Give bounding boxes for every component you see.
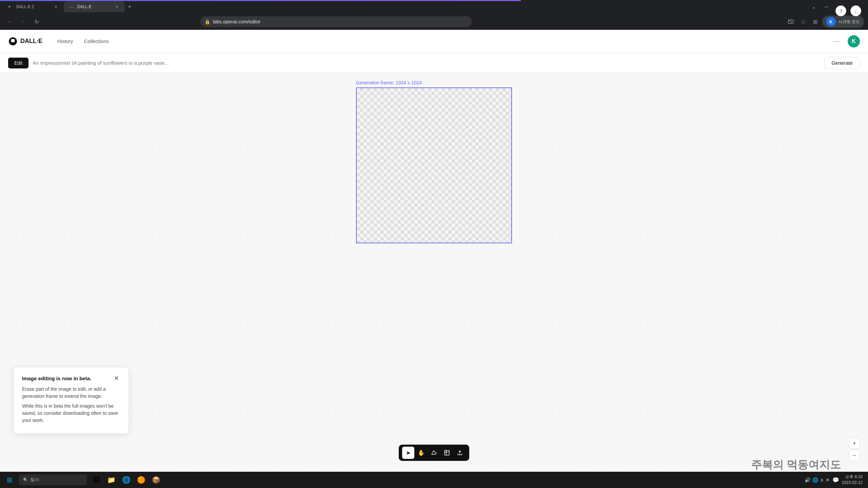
- help-icon-btn[interactable]: ?: [835, 5, 846, 16]
- taskbar-app-store[interactable]: 🟠: [134, 473, 148, 487]
- tab-1[interactable]: ● DALL-E 2 ✕: [3, 1, 64, 12]
- tab1-title: DALL-E 2: [16, 4, 50, 9]
- taskbar-apps: 🖼 📁 🌐 🟠 📦: [90, 473, 163, 487]
- svg-rect-0: [445, 450, 449, 455]
- address-bar[interactable]: 🔒 labs.openai.com/editor: [200, 16, 472, 27]
- toast-text2: While this is in beta the full images wo…: [22, 403, 120, 424]
- back-btn[interactable]: ←: [4, 16, 15, 27]
- toast-close-btn[interactable]: ✕: [112, 374, 120, 382]
- taskbar-app-chrome[interactable]: 🌐: [119, 473, 133, 487]
- taskbar-sound-icon: 🌐: [812, 477, 818, 483]
- app-nav: History Collections: [53, 36, 820, 46]
- tab2-title: DALL-E: [77, 4, 111, 9]
- taskbar-search-box[interactable]: 🔍 찾기: [19, 474, 87, 485]
- zoom-controls: + −: [849, 438, 860, 461]
- taskbar-search-icon: 🔍: [23, 477, 28, 482]
- bookmark-icon[interactable]: ☆: [798, 16, 809, 27]
- browser-chrome: ● DALL-E 2 ✕ — DALL-E ✕ + ⌄ — □ ✕ ← → ↻ …: [0, 0, 868, 30]
- tool-frame[interactable]: [441, 447, 453, 459]
- prompt-bar: Edit Generate: [0, 53, 868, 73]
- nav-collections[interactable]: Collections: [80, 36, 113, 46]
- profile-avatar: K: [826, 17, 836, 26]
- toast-title: Image editing is now in beta.: [22, 375, 91, 381]
- top-right-icons: ? ↓: [835, 5, 861, 16]
- taskbar-app-file[interactable]: 🖼: [90, 473, 103, 487]
- profile-label: 시크릿 모드: [839, 19, 860, 25]
- nav-history[interactable]: History: [53, 36, 77, 46]
- app-logo: DALL·E: [8, 37, 42, 46]
- camera-off-icon: [786, 16, 796, 27]
- tab-bar: ● DALL-E 2 ✕ — DALL-E ✕ + ⌄ — □ ✕: [0, 0, 868, 14]
- toast-text1: Erase part of the image to edit, or add …: [22, 386, 120, 400]
- tool-upload[interactable]: [454, 447, 466, 459]
- forward-btn[interactable]: →: [18, 16, 28, 27]
- toast-notification: Image editing is now in beta. ✕ Erase pa…: [14, 367, 129, 434]
- taskbar-clock: 오후 6:10 2023-02-12: [842, 474, 863, 486]
- generation-frame-label: Generation frame: 1024 x 1024: [356, 80, 422, 85]
- app-name: DALL·E: [20, 38, 42, 45]
- new-tab-btn[interactable]: +: [125, 2, 134, 12]
- grid-icon[interactable]: ⊞: [810, 16, 821, 27]
- taskbar-app-explorer[interactable]: 📁: [104, 473, 118, 487]
- prompt-input[interactable]: [33, 60, 820, 66]
- tool-eraser[interactable]: [428, 447, 440, 459]
- generate-btn[interactable]: Generate: [824, 57, 860, 69]
- openai-logo-icon: [8, 37, 18, 46]
- tab1-favicon: ●: [8, 4, 14, 9]
- canvas-frame[interactable]: [356, 87, 512, 243]
- taskbar-app-unknown[interactable]: 📦: [149, 473, 163, 487]
- bottom-toolbar: ➤ ✋: [399, 445, 469, 461]
- minimize-btn[interactable]: —: [818, 1, 834, 12]
- window-chevron[interactable]: ⌄: [809, 4, 818, 9]
- taskbar: ⊞ 🔍 찾기 🖼 📁 🌐 🟠 📦 🔊 🌐 ∧ ✕ 💬 오후 6:10: [0, 472, 868, 488]
- address-bar-row: ← → ↻ 🔒 labs.openai.com/editor ☆ ⊞ K 시크릿…: [0, 14, 868, 30]
- address-url: labs.openai.com/editor: [213, 19, 468, 24]
- edit-btn[interactable]: Edit: [8, 58, 28, 68]
- zoom-out-btn[interactable]: −: [849, 450, 860, 461]
- app-container: DALL·E History Collections ··· K Edit Ge…: [0, 30, 868, 488]
- main-area: Generation frame: 1024 x 1024 Image edit…: [0, 73, 868, 488]
- download-icon-btn[interactable]: ↓: [850, 5, 861, 16]
- watermark-line1: 주복의 먹동여지도: [751, 458, 841, 472]
- zoom-in-btn[interactable]: +: [849, 438, 860, 449]
- profile-section[interactable]: K 시크릿 모드: [822, 16, 864, 28]
- app-header-right: ··· K: [831, 35, 860, 47]
- tab2-close[interactable]: ✕: [114, 4, 119, 9]
- lock-icon: 🔒: [204, 19, 210, 24]
- tool-hand[interactable]: ✋: [415, 447, 427, 459]
- reload-btn[interactable]: ↻: [31, 16, 42, 27]
- tab2-favicon: —: [69, 4, 75, 9]
- taskbar-start-btn[interactable]: ⊞: [3, 473, 16, 487]
- taskbar-search-text: 찾기: [30, 477, 39, 483]
- tool-select[interactable]: ➤: [402, 447, 414, 459]
- taskbar-network-icon: 🔊: [805, 477, 810, 483]
- taskbar-sys-icons: 🔊 🌐 ∧ ✕: [805, 477, 830, 483]
- tab1-close[interactable]: ✕: [53, 4, 58, 9]
- tab-2[interactable]: — DALL-E ✕: [64, 1, 125, 12]
- header-avatar[interactable]: K: [848, 35, 860, 47]
- app-header: DALL·E History Collections ··· K: [0, 30, 868, 53]
- taskbar-notification-icon[interactable]: 💬: [832, 477, 839, 483]
- taskbar-close-icon[interactable]: ✕: [826, 477, 830, 483]
- canvas-wrapper: Generation frame: 1024 x 1024: [356, 80, 512, 243]
- loading-bar: [0, 0, 521, 1]
- taskbar-chevron-icon[interactable]: ∧: [820, 477, 824, 483]
- toast-header: Image editing is now in beta. ✕: [22, 374, 120, 382]
- header-more-btn[interactable]: ···: [831, 36, 842, 46]
